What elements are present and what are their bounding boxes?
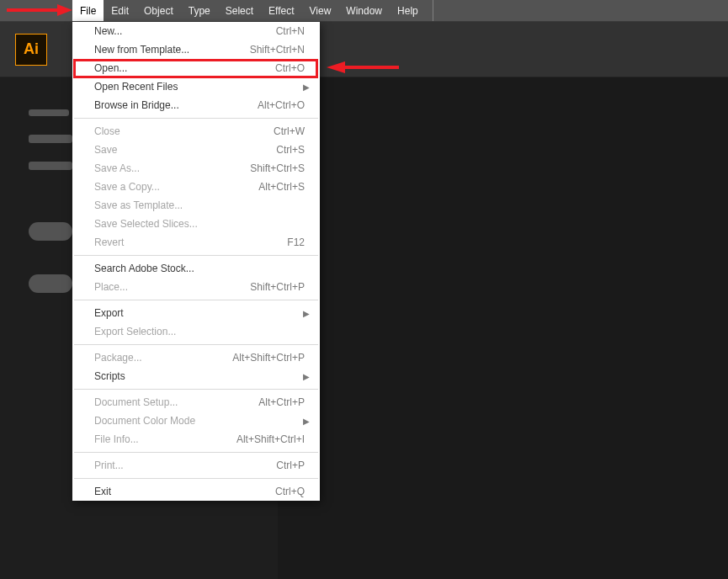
work-area (278, 77, 728, 579)
logo-text: Ai (24, 40, 39, 58)
menuitem-file-info: File Info...Alt+Shift+Ctrl+I (72, 430, 320, 449)
menu-view[interactable]: View (302, 0, 339, 21)
menuitem-new[interactable]: New...Ctrl+N (72, 22, 320, 40)
menuitem-shortcut: Alt+Shift+Ctrl+I (236, 433, 305, 445)
menuitem-document-setup: Document Setup...Alt+Ctrl+P (72, 393, 320, 412)
chevron-right-icon: ▶ (303, 309, 310, 318)
menuitem-label: New... (94, 25, 122, 37)
menuitem-label: Print... (94, 459, 124, 471)
menu-separator (74, 452, 318, 453)
menu-bar: FileEditObjectTypeSelectEffectViewWindow… (0, 0, 728, 22)
menuitem-label: Save Selected Slices... (94, 218, 198, 230)
menuitem-save-a-copy: Save a Copy...Alt+Ctrl+S (72, 178, 320, 196)
menuitem-shortcut: Ctrl+N (276, 25, 305, 37)
menuitem-save: SaveCtrl+S (72, 141, 320, 159)
menuitem-label: Search Adobe Stock... (94, 263, 194, 274)
menu-effect[interactable]: Effect (261, 0, 301, 21)
menuitem-label: File Info... (94, 433, 139, 445)
menuitem-label: Open... (94, 62, 127, 74)
menuitem-shortcut: Alt+Ctrl+O (258, 99, 305, 111)
menuitem-scripts[interactable]: Scripts▶ (72, 367, 320, 385)
menuitem-revert: RevertF12 (72, 233, 320, 252)
chevron-right-icon: ▶ (303, 82, 310, 92)
illustrator-logo: Ai (15, 34, 47, 66)
menuitem-label: Place... (94, 281, 128, 293)
menuitem-shortcut: Alt+Ctrl+P (258, 396, 305, 408)
menuitem-label: Document Setup... (94, 396, 178, 408)
menuitem-shortcut: Ctrl+P (276, 459, 305, 471)
menuitem-save-selected-slices: Save Selected Slices... (72, 215, 320, 233)
menu-separator (74, 478, 318, 479)
placeholder (29, 135, 72, 143)
menuitem-save-as: Save As...Shift+Ctrl+S (72, 159, 320, 178)
menu-help[interactable]: Help (390, 0, 426, 21)
menu-select[interactable]: Select (218, 0, 261, 21)
menuitem-package: Package...Alt+Shift+Ctrl+P (72, 348, 320, 367)
menuitem-label: New from Template... (94, 44, 189, 56)
menuitem-label: Save (94, 144, 117, 156)
menuitem-shortcut: F12 (287, 236, 305, 248)
menuitem-label: Exit (94, 486, 111, 497)
menuitem-label: Package... (94, 352, 142, 364)
menuitem-label: Save as Template... (94, 199, 183, 211)
menu-type[interactable]: Type (181, 0, 218, 21)
menu-object[interactable]: Object (136, 0, 181, 21)
chevron-right-icon: ▶ (303, 372, 310, 381)
menuitem-shortcut: Ctrl+O (275, 62, 305, 74)
menuitem-label: Save a Copy... (94, 181, 160, 193)
menuitem-label: Export (94, 307, 124, 319)
menuitem-open[interactable]: Open...Ctrl+O (72, 59, 320, 77)
menu-separator (74, 118, 318, 119)
menuitem-browse-in-bridge[interactable]: Browse in Bridge...Alt+Ctrl+O (72, 96, 320, 114)
menuitem-print: Print...Ctrl+P (72, 456, 320, 475)
placeholder-button (29, 274, 72, 293)
menuitem-label: Export Selection... (94, 326, 176, 337)
file-menu-dropdown: New...Ctrl+NNew from Template...Shift+Ct… (72, 22, 320, 501)
menuitem-shortcut: Alt+Shift+Ctrl+P (232, 352, 305, 364)
menuitem-shortcut: Alt+Ctrl+S (258, 181, 305, 193)
placeholder-button (29, 222, 72, 241)
menuitem-shortcut: Ctrl+W (274, 125, 305, 137)
menuitem-open-recent-files[interactable]: Open Recent Files▶ (72, 77, 320, 96)
placeholder (29, 162, 72, 170)
menuitem-new-from-template[interactable]: New from Template...Shift+Ctrl+N (72, 40, 320, 59)
menuitem-label: Scripts (94, 370, 125, 382)
menu-separator (74, 255, 318, 256)
menu-window[interactable]: Window (338, 0, 390, 21)
menuitem-close: CloseCtrl+W (72, 122, 320, 141)
placeholder (29, 109, 69, 116)
menuitem-search-adobe-stock[interactable]: Search Adobe Stock... (72, 259, 320, 278)
menuitem-shortcut: Shift+Ctrl+N (250, 44, 305, 56)
menu-separator (74, 389, 318, 390)
menuitem-place: Place...Shift+Ctrl+P (72, 278, 320, 296)
menuitem-document-color-mode: Document Color Mode▶ (72, 412, 320, 430)
menuitem-label: Browse in Bridge... (94, 99, 179, 111)
menuitem-export[interactable]: Export▶ (72, 304, 320, 322)
menuitem-shortcut: Ctrl+Q (275, 486, 305, 497)
menuitem-shortcut: Shift+Ctrl+P (250, 281, 305, 293)
menuitem-label: Revert (94, 236, 124, 248)
chevron-right-icon: ▶ (303, 417, 310, 426)
menuitem-shortcut: Shift+Ctrl+S (250, 162, 305, 174)
menuitem-exit[interactable]: ExitCtrl+Q (72, 482, 320, 501)
menu-file[interactable]: File (72, 0, 104, 21)
menuitem-shortcut: Ctrl+S (276, 144, 305, 156)
menu-edit[interactable]: Edit (104, 0, 136, 21)
menuitem-export-selection: Export Selection... (72, 322, 320, 341)
menuitem-label: Save As... (94, 162, 140, 174)
menu-separator (74, 344, 318, 345)
menu-separator (74, 300, 318, 300)
menuitem-label: Open Recent Files (94, 81, 178, 93)
menuitem-label: Close (94, 125, 120, 137)
menuitem-label: Document Color Mode (94, 415, 195, 427)
menuitem-save-as-template: Save as Template... (72, 196, 320, 215)
